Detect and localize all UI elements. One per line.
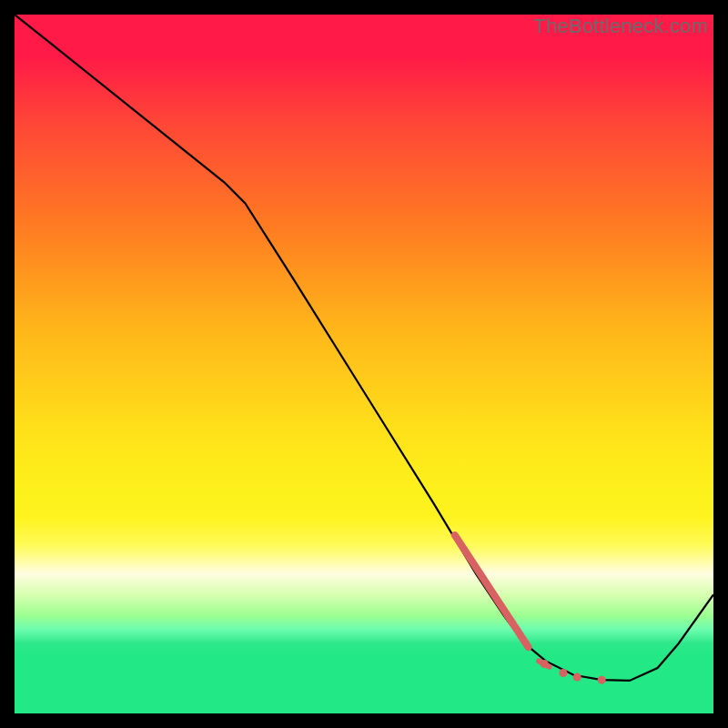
highlight-dot	[598, 676, 606, 684]
highlight-dot	[559, 669, 567, 677]
highlight-segment	[455, 535, 529, 647]
chart-frame: TheBottleneck.com	[0, 0, 728, 728]
plot-area: TheBottleneck.com	[15, 15, 713, 713]
chart-svg	[15, 15, 713, 713]
highlight-dot	[573, 673, 581, 682]
highlight-dot	[541, 660, 549, 668]
bottleneck-curve	[15, 15, 713, 681]
highlight-markers	[455, 535, 606, 683]
